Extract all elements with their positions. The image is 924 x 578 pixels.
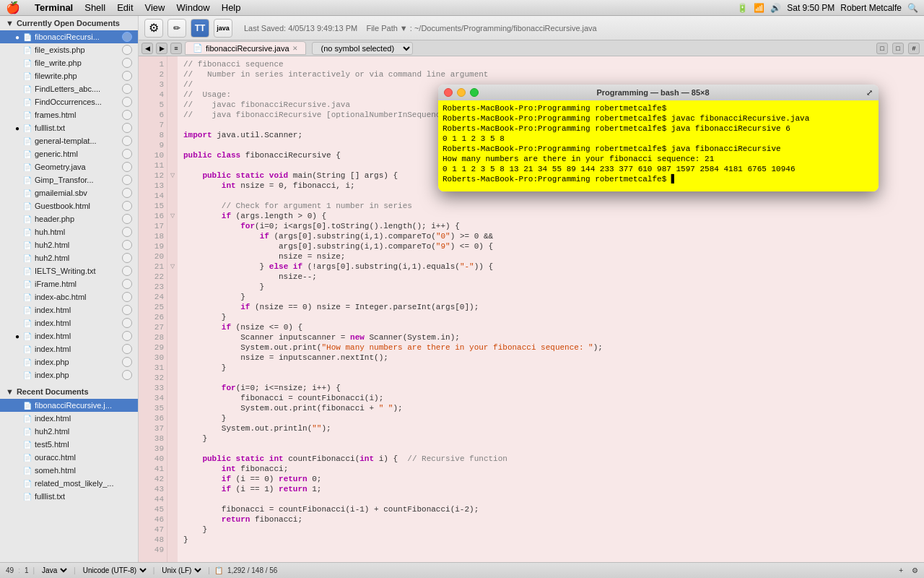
close-file-btn[interactable] [122, 305, 132, 315]
close-file-btn[interactable] [122, 357, 132, 367]
close-file-btn[interactable] [122, 32, 132, 42]
tab-close-icon[interactable]: ✕ [292, 45, 298, 52]
tab-label: fibonacciRecursive.java [206, 44, 289, 53]
sidebar-item-indexphp2[interactable]: 📄 index.php [0, 368, 138, 381]
sidebar-item-iframe[interactable]: 📄 iFrame.html [0, 277, 138, 290]
search-icon[interactable]: 🔍 [907, 3, 918, 13]
sidebar-item-indexhtml2[interactable]: 📄 index.html [0, 316, 138, 329]
currently-open-header[interactable]: ▼ Currently Open Documents [0, 16, 138, 30]
nav-list[interactable]: ≡ [170, 43, 182, 54]
status-bar-right: + ⚙ [899, 566, 918, 574]
close-file-btn[interactable] [122, 149, 132, 159]
tab-fibonacci[interactable]: 📄 fibonacciRecursive.java ✕ [185, 41, 306, 55]
sidebar-item-header[interactable]: 📄 header.php [0, 212, 138, 225]
tab-btn3[interactable]: # [908, 43, 920, 54]
close-file-btn[interactable] [122, 58, 132, 68]
toolbar: ⚙ ✏ TT java Last Saved: 4/05/13 9:49:13 … [139, 16, 924, 40]
close-file-btn[interactable] [122, 240, 132, 250]
sidebar-item-guestbook[interactable]: 📄 Guestbook.html [0, 199, 138, 212]
sidebar-item-file-write[interactable]: 📄 file_write.php [0, 56, 138, 69]
sidebar-item-indexphp1[interactable]: 📄 index.php [0, 355, 138, 368]
sidebar-item-geometry[interactable]: 📄 Geometry.java [0, 160, 138, 173]
menubar-window[interactable]: Window [177, 2, 210, 13]
sidebar-item-indexhtml4[interactable]: 📄 index.html [0, 342, 138, 355]
close-file-btn[interactable] [122, 253, 132, 263]
nav-next[interactable]: ▶ [156, 43, 167, 54]
recent-item-ouracc[interactable]: 📄 ouracc.html [0, 451, 138, 464]
close-file-btn[interactable] [122, 162, 132, 172]
toolbar-icon1[interactable]: ⚙ [144, 19, 163, 38]
sidebar-item-generaltemplate[interactable]: 📄 general-templat... [0, 134, 138, 147]
sidebar-item-fibonaccirecursive[interactable]: ● 📄 fibonacciRecursi... [0, 30, 138, 43]
close-file-btn[interactable] [122, 279, 132, 289]
close-file-btn[interactable] [122, 344, 132, 354]
add-item-btn[interactable]: + [899, 566, 903, 574]
sidebar-item-huh[interactable]: 📄 huh.html [0, 225, 138, 238]
close-file-btn[interactable] [122, 331, 132, 341]
recent-item-index[interactable]: 📄 index.html [0, 412, 138, 425]
toolbar-tt[interactable]: TT [191, 19, 209, 38]
close-file-btn[interactable] [122, 292, 132, 302]
sidebar-item-filewrite[interactable]: 📄 filewrite.php [0, 69, 138, 82]
settings-btn[interactable]: ⚙ [912, 566, 918, 574]
sidebar-item-fulllist[interactable]: ● 📄 fulllist.txt [0, 121, 138, 134]
sidebar-item-gmail[interactable]: 📄 gmailemial.sbv [0, 186, 138, 199]
toolbar-info: Last Saved: 4/05/13 9:49:13 PM File Path… [244, 24, 597, 33]
close-file-btn[interactable] [122, 136, 132, 146]
close-file-btn[interactable] [122, 370, 132, 380]
toolbar-pencil[interactable]: ✏ [167, 19, 186, 38]
sidebar-item-gimp[interactable]: 📄 Gimp_Transfor... [0, 173, 138, 186]
symbol-selector[interactable]: (no symbol selected) [312, 42, 413, 55]
recent-item-fibonacci[interactable]: 📄 fibonacciRecursive.j... [0, 399, 138, 412]
terminal-fullscreen[interactable]: ⤢ [866, 88, 873, 98]
close-file-btn[interactable] [122, 188, 132, 198]
file-path-label: File Path ▼ : ~/Documents/Programming/fi… [366, 24, 596, 33]
close-file-btn[interactable] [122, 123, 132, 133]
sidebar-item-findoccurrences[interactable]: 📄 FindOccurrences... [0, 95, 138, 108]
close-file-btn[interactable] [122, 110, 132, 120]
recent-item-someh[interactable]: 📄 someh.html [0, 464, 138, 477]
menubar-help[interactable]: Help [222, 2, 241, 13]
line-ending-selector[interactable]: Unix (LF) [159, 566, 204, 575]
recent-item-fulllist[interactable]: 📄 fulllist.txt [0, 490, 138, 503]
sidebar-item-frames[interactable]: 📄 frames.html [0, 108, 138, 121]
close-file-btn[interactable] [122, 318, 132, 328]
sidebar-item-ielts[interactable]: 📄 IELTS_Writing.txt [0, 264, 138, 277]
close-file-btn[interactable] [122, 84, 132, 94]
status-line: 49 [6, 566, 14, 574]
sidebar-item-indexhtml3[interactable]: ● 📄 index.html [0, 329, 138, 342]
terminal-body[interactable]: Roberts-MacBook-Pro:Programming robertme… [438, 100, 879, 191]
close-file-btn[interactable] [122, 227, 132, 237]
sidebar-item-indexhtml1[interactable]: 📄 index.html [0, 303, 138, 316]
menubar: 🍎 Terminal Shell Edit View Window Help 🔋… [0, 0, 924, 16]
close-file-btn[interactable] [122, 201, 132, 211]
recent-item-related[interactable]: 📄 related_most_likely_... [0, 477, 138, 490]
close-file-btn[interactable] [122, 71, 132, 81]
toolbar-java[interactable]: java [214, 19, 232, 38]
sidebar-item-huh2b[interactable]: 📄 huh2.html [0, 251, 138, 264]
tab-btn2[interactable]: □ [892, 43, 904, 54]
menubar-shell[interactable]: Shell [84, 2, 105, 13]
sidebar-item-findletters[interactable]: 📄 FindLetters_abc.... [0, 82, 138, 95]
terminal-window[interactable]: Programming — bash — 85×8 ⤢ Roberts-MacB… [438, 85, 879, 191]
recent-item-huh2[interactable]: 📄 huh2.html [0, 425, 138, 438]
apple-menu[interactable]: 🍎 [6, 1, 20, 14]
sidebar-item-huh2[interactable]: 📄 huh2.html [0, 238, 138, 251]
close-file-btn[interactable] [122, 175, 132, 185]
close-file-btn[interactable] [122, 214, 132, 224]
language-selector[interactable]: Java [39, 566, 69, 575]
close-file-btn[interactable] [122, 266, 132, 276]
tab-btn1[interactable]: □ [876, 43, 888, 54]
recent-docs-header[interactable]: ▼ Recent Documents [0, 384, 138, 399]
sidebar-item-generic[interactable]: 📄 generic.html [0, 147, 138, 160]
recent-item-test5[interactable]: 📄 test5.html [0, 438, 138, 451]
menubar-view[interactable]: View [145, 2, 165, 13]
menubar-terminal[interactable]: Terminal [35, 2, 73, 13]
close-file-btn[interactable] [122, 97, 132, 107]
sidebar-item-file-exists[interactable]: 📄 file_exists.php [0, 43, 138, 56]
close-file-btn[interactable] [122, 45, 132, 55]
encoding-selector[interactable]: Unicode (UTF-8) [80, 566, 149, 575]
menubar-edit[interactable]: Edit [117, 2, 133, 13]
sidebar-item-indexabc[interactable]: 📄 index-abc.html [0, 290, 138, 303]
nav-prev[interactable]: ◀ [141, 43, 153, 54]
